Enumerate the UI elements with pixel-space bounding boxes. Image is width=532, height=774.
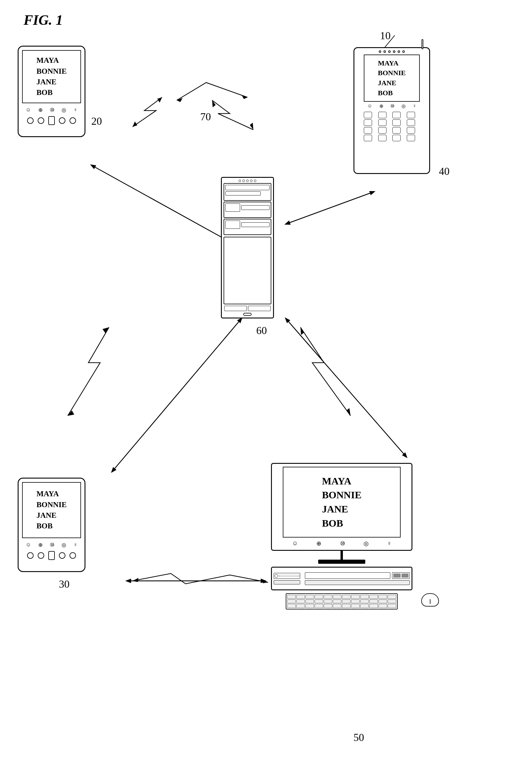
svg-line-5 (112, 319, 242, 472)
k35[interactable] (379, 604, 387, 608)
label-30: 30 (59, 578, 70, 590)
key-8[interactable] (407, 119, 415, 126)
k31[interactable] (342, 604, 351, 608)
k23[interactable] (379, 600, 387, 604)
keyboard (286, 593, 398, 610)
k20[interactable] (351, 600, 360, 604)
phone-antenna (422, 39, 423, 49)
pda-btn-circle-bl-3[interactable] (59, 552, 65, 559)
icon-fork-bl: ⑩ (50, 542, 54, 548)
phone-icons-40: ☺ ⊕ ⑩ ◎ ♀ (364, 103, 420, 109)
monitor-stand (341, 551, 343, 559)
k19[interactable] (342, 600, 351, 604)
monitor-base (318, 559, 365, 564)
k3[interactable] (305, 595, 314, 599)
pda-btn-circle-bl-2[interactable] (38, 552, 44, 559)
k8[interactable] (351, 595, 360, 599)
key-16[interactable] (407, 135, 415, 141)
icon-fork: ⑩ (50, 107, 54, 113)
k2[interactable] (296, 595, 305, 599)
k22[interactable] (369, 600, 378, 604)
k11[interactable] (379, 595, 387, 599)
phone-screen-text-40: MAYA BONNIE JANE BOB (378, 58, 406, 98)
k15[interactable] (305, 600, 314, 604)
k27[interactable] (305, 604, 314, 608)
icon-circle-cross: ⊕ (38, 107, 43, 113)
k28[interactable] (315, 604, 323, 608)
monitor-icons: ☺ ⊕ ⑩ ◎ ♀ (283, 540, 401, 547)
icon-cross-m: ⊕ (316, 540, 321, 547)
pda-btn-circle-4[interactable] (70, 117, 76, 124)
k29[interactable] (324, 604, 332, 608)
k17[interactable] (324, 600, 332, 604)
server-unit-3 (224, 219, 271, 235)
key-3[interactable] (392, 112, 401, 118)
key-14[interactable] (378, 135, 386, 141)
key-7[interactable] (392, 119, 401, 126)
light-1 (239, 179, 241, 182)
key-10[interactable] (378, 127, 386, 133)
k10[interactable] (369, 595, 378, 599)
dot-3 (388, 50, 391, 53)
key-1[interactable] (364, 112, 372, 118)
icon-smile-bl: ☺ (26, 542, 31, 548)
k7[interactable] (342, 595, 351, 599)
pda-btn-circle-bl-1[interactable] (27, 552, 34, 559)
key-13[interactable] (364, 135, 372, 141)
pda-btn-circle-3[interactable] (59, 117, 65, 124)
mouse[interactable] (421, 593, 439, 607)
k18[interactable] (333, 600, 341, 604)
pda-screen-text-30: MAYA BONNIE JANE BOB (37, 488, 67, 532)
key-11[interactable] (392, 127, 401, 133)
k32[interactable] (351, 604, 360, 608)
k30[interactable] (333, 604, 341, 608)
key-2[interactable] (378, 112, 386, 118)
phone-dots (379, 50, 405, 53)
k24[interactable] (388, 600, 396, 604)
pda-btn-rect-bl[interactable] (48, 551, 55, 560)
server-power-btn[interactable] (243, 313, 252, 316)
key-12[interactable] (407, 127, 415, 133)
tower-slot-2 (305, 580, 410, 585)
phone-keypad (364, 112, 420, 141)
k25[interactable] (287, 604, 296, 608)
k4[interactable] (315, 595, 323, 599)
pda-device-30: MAYA BONNIE JANE BOB ☺ ⊕ ⑩ ◎ ♀ (18, 478, 85, 572)
icon-circle-dot: ◎ (62, 107, 66, 113)
figure-title: FIG. 1 (24, 12, 63, 28)
k1[interactable] (287, 595, 296, 599)
label-70: 70 (200, 110, 211, 123)
key-9[interactable] (364, 127, 372, 133)
k12[interactable] (388, 595, 396, 599)
pda-screen-text-20: MAYA BONNIE JANE BOB (37, 55, 67, 98)
server-device-60 (221, 177, 274, 319)
monitor-screen: MAYA BONNIE JANE BOB (283, 467, 401, 537)
icon-female: ♀ (73, 107, 77, 113)
pda-btn-circle-1[interactable] (27, 117, 34, 124)
key-6[interactable] (378, 119, 386, 126)
pda-btn-rect[interactable] (48, 116, 55, 125)
pda-btn-circle-bl-4[interactable] (70, 552, 76, 559)
pda-btn-circle-2[interactable] (38, 117, 44, 124)
k14[interactable] (296, 600, 305, 604)
key-5[interactable] (364, 119, 372, 126)
phone-screen-40: MAYA BONNIE JANE BOB (364, 55, 420, 102)
dot-1 (379, 50, 381, 53)
k13[interactable] (287, 600, 296, 604)
k5[interactable] (324, 595, 332, 599)
key-15[interactable] (392, 135, 401, 141)
icon-cross-bl: ⊕ (38, 542, 43, 548)
label-50: 50 (353, 731, 364, 744)
server-unit-1 (224, 183, 271, 201)
dot-4 (393, 50, 395, 53)
k16[interactable] (315, 600, 323, 604)
k21[interactable] (360, 600, 369, 604)
k34[interactable] (369, 604, 378, 608)
k36[interactable] (388, 604, 396, 608)
k9[interactable] (360, 595, 369, 599)
k33[interactable] (360, 604, 369, 608)
k6[interactable] (333, 595, 341, 599)
key-4[interactable] (407, 112, 415, 118)
mouse-divider (430, 599, 430, 604)
k26[interactable] (296, 604, 305, 608)
